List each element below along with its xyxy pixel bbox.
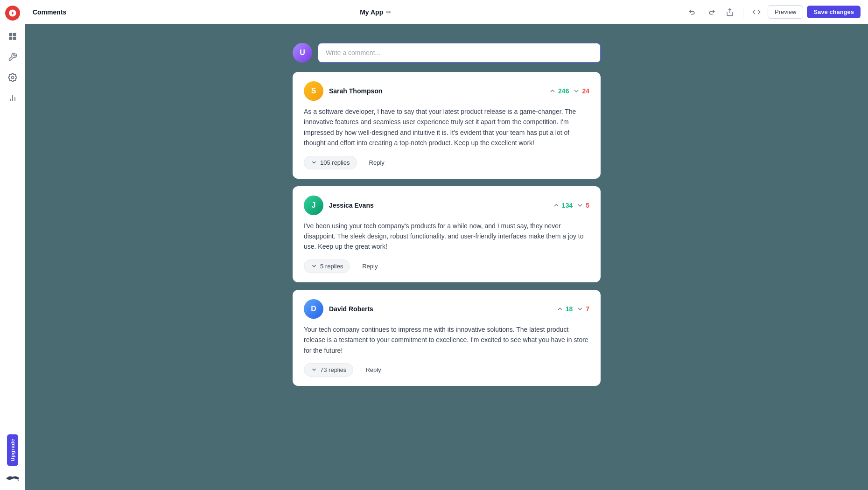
comment-votes: 134 5 <box>553 202 589 209</box>
avatar: S <box>304 81 323 101</box>
upvote-button[interactable]: 18 <box>556 305 573 313</box>
app-logo[interactable] <box>5 6 20 21</box>
undo-button[interactable] <box>685 5 700 20</box>
downvote-button[interactable]: 24 <box>573 87 589 95</box>
downvote-count: 5 <box>586 202 589 209</box>
comment-meta: Sarah Thompson <box>329 87 543 95</box>
comment-body: I've been using your tech company's prod… <box>304 221 589 252</box>
comment-card: S Sarah Thompson 246 24 <box>293 72 601 179</box>
svg-rect-0 <box>9 33 12 36</box>
bird-icon <box>4 471 21 484</box>
comment-author: Sarah Thompson <box>329 87 382 95</box>
section-title: Comments <box>33 8 66 16</box>
svg-rect-3 <box>13 37 16 40</box>
comment-body: Your tech company continues to impress m… <box>304 324 589 356</box>
comment-actions: 105 replies Reply <box>304 156 589 169</box>
svg-point-4 <box>11 77 14 79</box>
comment-author: Jessica Evans <box>329 202 374 209</box>
comment-actions: 73 replies Reply <box>304 363 589 377</box>
comment-meta: David Roberts <box>329 305 551 313</box>
avatar: D <box>304 299 323 319</box>
topbar-right: Preview Save changes <box>685 5 861 20</box>
comment-header: S Sarah Thompson 246 24 <box>304 81 589 101</box>
topbar: Comments My App ✏ Preview Save changes <box>25 0 868 24</box>
edit-icon[interactable]: ✏ <box>386 8 392 16</box>
svg-rect-1 <box>13 33 16 36</box>
comment-body: As a software developer, I have to say t… <box>304 106 589 148</box>
replies-count-label: 105 replies <box>320 159 350 166</box>
comment-meta: Jessica Evans <box>329 201 547 210</box>
reply-button[interactable]: Reply <box>356 260 384 273</box>
comment-author: David Roberts <box>329 305 373 313</box>
downvote-count: 7 <box>586 305 589 313</box>
comments-container: U S Sarah Thompson 246 <box>293 43 601 393</box>
comment-header: J Jessica Evans 134 5 <box>304 196 589 215</box>
comment-votes: 246 24 <box>549 87 589 95</box>
comment-card: J Jessica Evans 134 5 <box>293 186 601 282</box>
sidebar-item-dashboard[interactable] <box>4 28 21 45</box>
downvote-count: 24 <box>582 87 589 95</box>
topbar-center: My App ✏ <box>72 8 679 16</box>
share-button[interactable] <box>722 5 737 20</box>
replies-count-label: 73 replies <box>320 366 346 373</box>
upvote-button[interactable]: 246 <box>549 87 569 95</box>
downvote-button[interactable]: 5 <box>576 202 589 209</box>
content-area: U S Sarah Thompson 246 <box>25 24 868 490</box>
avatar: J <box>304 196 323 215</box>
replies-toggle-button[interactable]: 73 replies <box>304 363 353 377</box>
upvote-count: 18 <box>566 305 573 313</box>
topbar-divider <box>743 7 743 18</box>
sidebar-item-settings[interactable] <box>4 69 21 86</box>
upgrade-button[interactable]: Upgrade <box>7 434 18 466</box>
upvote-count: 246 <box>558 87 569 95</box>
reply-button[interactable]: Reply <box>359 364 387 376</box>
comment-card: D David Roberts 18 7 <box>293 290 601 386</box>
replies-count-label: 5 replies <box>320 263 343 270</box>
preview-button[interactable]: Preview <box>768 5 803 19</box>
save-button[interactable]: Save changes <box>807 6 861 18</box>
downvote-button[interactable]: 7 <box>576 305 589 313</box>
current-user-avatar: U <box>293 43 312 63</box>
sidebar: Upgrade <box>0 0 25 490</box>
upvote-count: 134 <box>562 202 573 209</box>
write-comment-input[interactable] <box>318 43 601 63</box>
comment-actions: 5 replies Reply <box>304 259 589 273</box>
code-button[interactable] <box>749 5 764 20</box>
sidebar-item-analytics[interactable] <box>4 90 21 106</box>
write-comment-row: U <box>293 43 601 63</box>
comment-votes: 18 7 <box>556 305 589 313</box>
redo-button[interactable] <box>704 5 719 20</box>
app-name: My App <box>360 8 383 16</box>
reply-button[interactable]: Reply <box>363 156 391 169</box>
replies-toggle-button[interactable]: 105 replies <box>304 156 357 169</box>
sidebar-item-tools[interactable] <box>4 49 21 65</box>
comment-header: D David Roberts 18 7 <box>304 299 589 319</box>
svg-rect-2 <box>9 37 12 40</box>
replies-toggle-button[interactable]: 5 replies <box>304 259 350 273</box>
main-area: Comments My App ✏ Preview Save changes <box>25 0 868 490</box>
upvote-button[interactable]: 134 <box>553 202 573 209</box>
